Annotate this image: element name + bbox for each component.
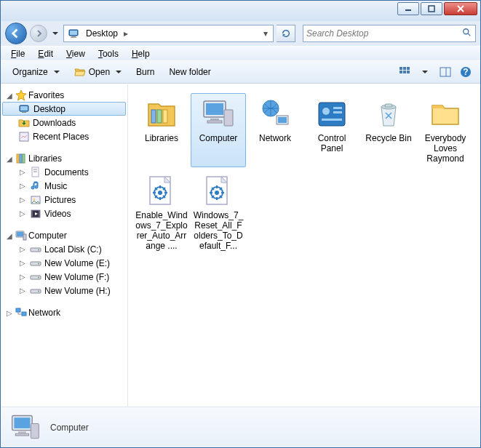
svg-rect-5 [70, 31, 77, 35]
svg-rect-55 [224, 110, 233, 126]
svg-rect-22 [22, 112, 26, 113]
item-view[interactable]: Libraries Computer Network Control Panel… [128, 84, 480, 407]
tree-item-volume-h[interactable]: ▷New Volume (H:) [1, 284, 127, 297]
address-segment-desktop[interactable]: Desktop [83, 25, 121, 41]
menu-file[interactable]: File [5, 48, 31, 60]
svg-line-9 [468, 33, 471, 36]
maximize-button[interactable] [421, 2, 442, 15]
svg-point-43 [38, 276, 39, 278]
item-regfile-reset[interactable]: Windows_7_Reset_All_Folders_To_Default_F… [191, 170, 246, 255]
svg-point-45 [38, 290, 39, 292]
address-dropdown[interactable]: ▾ [260, 28, 271, 39]
svg-point-31 [33, 198, 36, 200]
tree-network: ▷ Network [1, 306, 127, 319]
open-button[interactable]: Open [68, 64, 127, 80]
address-bar[interactable]: Desktop ▸ ▾ [63, 25, 274, 42]
explorer-window: Desktop ▸ ▾ Search Desktop File Edit Vie… [0, 0, 481, 448]
expand-icon[interactable]: ▷ [18, 245, 27, 253]
expand-icon[interactable]: ▷ [18, 259, 27, 267]
item-computer[interactable]: Computer [191, 93, 246, 167]
svg-rect-53 [210, 119, 219, 120]
item-libraries[interactable]: Libraries [134, 93, 189, 167]
minimize-button[interactable] [397, 2, 419, 15]
tree-item-videos[interactable]: ▷Videos [1, 207, 127, 220]
svg-rect-46 [16, 308, 20, 312]
reg-file-icon [144, 174, 179, 209]
organize-button[interactable]: Organize [7, 65, 65, 79]
collapse-icon[interactable]: ◢ [5, 92, 14, 100]
tree-item-volume-f[interactable]: ▷New Volume (F:) [1, 270, 127, 284]
item-folder-elr[interactable]: Everybody Loves Raymond [418, 93, 473, 167]
computer-icon [201, 97, 236, 132]
details-pane: Computer [1, 407, 480, 447]
drive-icon [30, 257, 41, 269]
search-placeholder: Search Desktop [306, 28, 368, 39]
expand-icon[interactable]: ▷ [18, 182, 27, 190]
tree-item-label: Recent Places [33, 132, 89, 142]
svg-point-39 [38, 249, 39, 250]
tree-network-header[interactable]: ▷ Network [1, 306, 127, 319]
tree-item-recent-places[interactable]: Recent Places [1, 129, 127, 143]
svg-rect-33 [31, 210, 33, 217]
expand-icon[interactable]: ▷ [5, 309, 14, 317]
nav-tree[interactable]: ◢ Favorites Desktop Downloads Recent Pla… [1, 84, 128, 407]
forward-button[interactable] [30, 25, 47, 42]
menu-edit[interactable]: Edit [32, 48, 59, 60]
tree-libraries: ◢ Libraries ▷Documents ▷Music ▷Pictures … [1, 152, 127, 220]
menu-tools[interactable]: Tools [92, 48, 124, 60]
collapse-icon[interactable]: ◢ [5, 232, 14, 240]
expand-icon[interactable]: ▷ [18, 196, 27, 204]
tree-item-local-disk-c[interactable]: ▷Local Disk (C:) [1, 242, 127, 256]
expand-icon[interactable]: ▷ [18, 168, 27, 176]
back-button[interactable] [5, 23, 27, 44]
expand-icon[interactable]: ▷ [18, 287, 27, 295]
tree-item-music[interactable]: ▷Music [1, 179, 127, 193]
new-folder-button[interactable]: New folder [163, 65, 216, 79]
tree-item-downloads[interactable]: Downloads [1, 116, 127, 129]
expand-icon[interactable]: ▷ [18, 273, 27, 281]
nav-history-dropdown[interactable] [50, 26, 60, 41]
item-label: Control Panel [306, 133, 357, 153]
svg-rect-10 [399, 67, 402, 70]
item-network[interactable]: Network [247, 93, 303, 167]
view-mode-button[interactable] [396, 64, 413, 80]
svg-rect-15 [407, 71, 410, 73]
search-box[interactable]: Search Desktop [303, 25, 476, 42]
item-recycle-bin[interactable]: Recycle Bin [361, 93, 416, 167]
tree-item-pictures[interactable]: ▷Pictures [1, 193, 127, 207]
expand-icon[interactable]: ▷ [18, 209, 27, 217]
address-crumb-arrow[interactable]: ▸ [121, 25, 131, 41]
drive-icon [30, 285, 41, 297]
computer-icon [9, 412, 41, 444]
burn-button[interactable]: Burn [130, 65, 160, 79]
tree-item-desktop[interactable]: Desktop [2, 102, 126, 116]
refresh-button[interactable] [277, 25, 295, 42]
tree-item-label: Desktop [33, 104, 65, 114]
address-desktop-icon[interactable] [65, 25, 83, 41]
item-label: Windows_7_Reset_All_Folders_To_Default_F… [192, 210, 245, 251]
svg-point-67 [158, 191, 162, 195]
menu-view[interactable]: View [60, 48, 91, 60]
desktop-icon [19, 103, 31, 115]
menu-help[interactable]: Help [126, 48, 156, 60]
tree-computer-header[interactable]: ◢ Computer [1, 229, 127, 242]
music-icon [30, 180, 41, 192]
view-dropdown[interactable] [416, 64, 434, 80]
tree-item-documents[interactable]: ▷Documents [1, 165, 127, 179]
tree-favorites: ◢ Favorites Desktop Downloads Recent Pla… [1, 89, 127, 143]
recycle-bin-icon [371, 97, 406, 132]
preview-pane-button[interactable] [437, 64, 454, 80]
item-label: Recycle Bin [365, 133, 411, 143]
svg-rect-11 [403, 67, 406, 70]
svg-rect-59 [319, 103, 345, 126]
tree-item-volume-e[interactable]: ▷New Volume (E:) [1, 256, 127, 270]
collapse-icon[interactable]: ◢ [5, 155, 14, 163]
tree-favorites-header[interactable]: ◢ Favorites [1, 89, 127, 102]
help-button[interactable]: ? [457, 64, 474, 80]
tree-item-label: Music [44, 181, 67, 191]
close-button[interactable] [444, 2, 477, 15]
svg-rect-7 [71, 37, 76, 38]
tree-libraries-header[interactable]: ◢ Libraries [1, 152, 127, 165]
item-control-panel[interactable]: Control Panel [304, 93, 359, 167]
item-regfile-enable[interactable]: Enable_Windows_7_Explorer_Auto_Arrange .… [134, 170, 189, 255]
